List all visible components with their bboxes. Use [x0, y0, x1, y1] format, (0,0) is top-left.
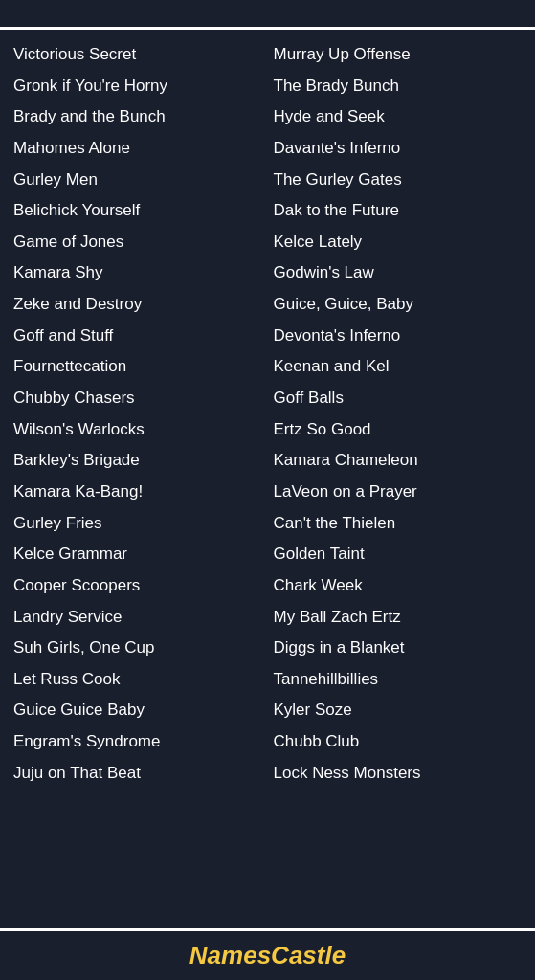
list-item: Chubb Club [268, 726, 528, 758]
list-item: Golden Taint [268, 539, 528, 570]
list-item: Cooper Scoopers [8, 570, 268, 602]
list-item: Wilson's Warlocks [8, 414, 268, 446]
list-item: Guice Guice Baby [8, 695, 268, 726]
list-item: Keenan and Kel [268, 351, 528, 383]
list-item: Juju on That Beat [8, 758, 268, 790]
list-item: Game of Jones [8, 227, 268, 258]
list-item: Barkley's Brigade [8, 445, 268, 477]
list-item: Gronk if You're Horny [8, 71, 268, 102]
list-item: Victorious Secret [8, 39, 268, 71]
list-item: Can't the Thielen [268, 508, 528, 540]
list-item: Gurley Fries [8, 508, 268, 540]
list-item: Goff Balls [268, 383, 528, 414]
list-item: Kelce Grammar [8, 539, 268, 570]
list-item: Let Russ Cook [8, 664, 268, 696]
names-grid: Victorious SecretMurray Up OffenseGronk … [8, 39, 527, 789]
list-item: Murray Up Offense [268, 39, 528, 71]
page-header [0, 0, 535, 30]
list-item: Davante's Inferno [268, 133, 528, 165]
list-item: Zeke and Destroy [8, 289, 268, 321]
list-item: Kamara Ka-Bang! [8, 477, 268, 508]
list-item: Kamara Shy [8, 257, 268, 289]
list-item: Kamara Chameleon [268, 445, 528, 477]
list-item: Landry Service [8, 602, 268, 634]
list-item: Brady and the Bunch [8, 101, 268, 133]
brand-prefix: Names [189, 941, 271, 969]
list-item: Hyde and Seek [268, 101, 528, 133]
list-item: Chark Week [268, 570, 528, 602]
brand-name: NamesCastle [11, 941, 524, 970]
list-item: Goff and Stuff [8, 321, 268, 352]
list-item: Dak to the Future [268, 195, 528, 227]
list-item: Devonta's Inferno [268, 321, 528, 352]
list-item: Chubby Chasers [8, 383, 268, 414]
list-item: Suh Girls, One Cup [8, 633, 268, 664]
list-item: Gurley Men [8, 165, 268, 196]
list-item: Mahomes Alone [8, 133, 268, 165]
list-item: My Ball Zach Ertz [268, 602, 528, 634]
list-item: Tannehillbillies [268, 664, 528, 696]
list-item: Engram's Syndrome [8, 726, 268, 758]
list-item: Godwin's Law [268, 257, 528, 289]
list-item: Ertz So Good [268, 414, 528, 446]
list-item: Fournettecation [8, 351, 268, 383]
names-content: Victorious SecretMurray Up OffenseGronk … [0, 30, 535, 928]
brand-suffix: Castle [271, 941, 346, 969]
list-item: Belichick Yourself [8, 195, 268, 227]
page-footer: NamesCastle [0, 928, 535, 980]
list-item: Diggs in a Blanket [268, 633, 528, 664]
list-item: Guice, Guice, Baby [268, 289, 528, 321]
list-item: Kyler Soze [268, 695, 528, 726]
list-item: The Brady Bunch [268, 71, 528, 102]
list-item: The Gurley Gates [268, 165, 528, 196]
list-item: Kelce Lately [268, 227, 528, 258]
list-item: Lock Ness Monsters [268, 758, 528, 790]
list-item: LaVeon on a Prayer [268, 477, 528, 508]
